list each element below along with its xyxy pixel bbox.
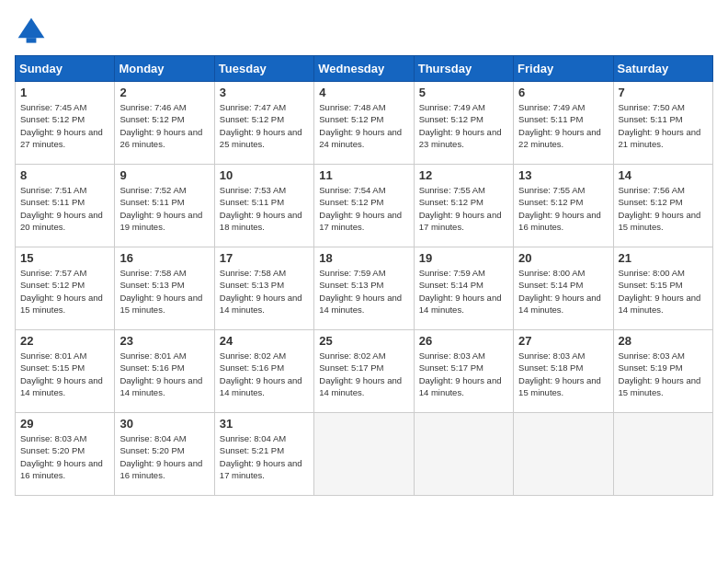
day-info: Sunrise: 7:53 AMSunset: 5:11 PMDaylight:… — [220, 184, 309, 233]
day-info: Sunrise: 8:03 AMSunset: 5:18 PMDaylight:… — [518, 350, 608, 398]
calendar-cell: 1Sunrise: 7:45 AMSunset: 5:12 PMDaylight… — [16, 82, 115, 165]
calendar-cell: 16Sunrise: 7:58 AMSunset: 5:13 PMDayligh… — [115, 247, 214, 330]
day-info: Sunrise: 7:54 AMSunset: 5:12 PMDaylight:… — [319, 184, 408, 233]
week-row-3: 15Sunrise: 7:57 AMSunset: 5:12 PMDayligh… — [16, 247, 713, 330]
day-number: 15 — [20, 251, 109, 265]
day-info: Sunrise: 7:49 AMSunset: 5:11 PMDaylight:… — [518, 101, 608, 150]
day-number: 29 — [20, 417, 109, 431]
calendar-cell: 13Sunrise: 7:55 AMSunset: 5:12 PMDayligh… — [514, 165, 613, 247]
calendar-cell — [514, 413, 613, 496]
day-info: Sunrise: 8:00 AMSunset: 5:15 PMDaylight:… — [619, 267, 708, 316]
logo-icon — [15, 15, 48, 48]
day-number: 11 — [319, 168, 408, 182]
day-number: 5 — [419, 86, 508, 99]
weekday-header-saturday: Saturday — [613, 56, 712, 82]
day-number: 12 — [419, 168, 508, 182]
day-info: Sunrise: 7:50 AMSunset: 5:11 PMDaylight:… — [619, 101, 708, 150]
day-number: 21 — [619, 251, 708, 265]
day-number: 22 — [20, 334, 109, 348]
weekday-header-friday: Friday — [514, 56, 613, 82]
weekday-header-thursday: Thursday — [414, 56, 513, 82]
calendar-cell: 2Sunrise: 7:46 AMSunset: 5:12 PMDaylight… — [115, 82, 214, 165]
day-number: 14 — [619, 168, 708, 182]
calendar-cell: 4Sunrise: 7:48 AMSunset: 5:12 PMDaylight… — [314, 82, 414, 165]
day-number: 24 — [220, 334, 309, 348]
day-number: 28 — [619, 334, 708, 348]
calendar-cell: 12Sunrise: 7:55 AMSunset: 5:12 PMDayligh… — [414, 165, 513, 247]
day-info: Sunrise: 7:52 AMSunset: 5:11 PMDaylight:… — [119, 184, 209, 233]
day-number: 18 — [319, 251, 408, 265]
calendar-cell — [414, 413, 513, 496]
calendar-table: SundayMondayTuesdayWednesdayThursdayFrid… — [15, 55, 713, 496]
day-info: Sunrise: 8:03 AMSunset: 5:19 PMDaylight:… — [619, 350, 708, 398]
day-info: Sunrise: 8:02 AMSunset: 5:16 PMDaylight:… — [220, 350, 309, 398]
day-number: 17 — [220, 251, 309, 265]
day-info: Sunrise: 7:47 AMSunset: 5:12 PMDaylight:… — [220, 101, 309, 150]
weekday-header-sunday: Sunday — [16, 56, 115, 82]
logo — [15, 15, 51, 48]
day-number: 30 — [119, 417, 209, 431]
svg-marker-0 — [18, 18, 45, 39]
day-number: 6 — [518, 86, 608, 99]
day-number: 27 — [518, 334, 608, 348]
day-number: 20 — [518, 251, 608, 265]
calendar-cell: 9Sunrise: 7:52 AMSunset: 5:11 PMDaylight… — [115, 165, 214, 247]
week-row-2: 8Sunrise: 7:51 AMSunset: 5:11 PMDaylight… — [16, 165, 713, 247]
day-info: Sunrise: 8:04 AMSunset: 5:21 PMDaylight:… — [220, 432, 309, 481]
calendar-cell: 8Sunrise: 7:51 AMSunset: 5:11 PMDaylight… — [16, 165, 115, 247]
day-info: Sunrise: 8:01 AMSunset: 5:16 PMDaylight:… — [119, 350, 209, 398]
day-info: Sunrise: 8:03 AMSunset: 5:17 PMDaylight:… — [419, 350, 508, 398]
calendar-cell: 11Sunrise: 7:54 AMSunset: 5:12 PMDayligh… — [314, 165, 414, 247]
calendar-cell: 28Sunrise: 8:03 AMSunset: 5:19 PMDayligh… — [613, 330, 712, 413]
day-info: Sunrise: 8:00 AMSunset: 5:14 PMDaylight:… — [518, 267, 608, 316]
calendar-cell: 18Sunrise: 7:59 AMSunset: 5:13 PMDayligh… — [314, 247, 414, 330]
day-number: 9 — [119, 168, 209, 182]
calendar-cell: 31Sunrise: 8:04 AMSunset: 5:21 PMDayligh… — [214, 413, 313, 496]
day-info: Sunrise: 8:03 AMSunset: 5:20 PMDaylight:… — [20, 432, 109, 481]
day-number: 10 — [220, 168, 309, 182]
weekday-header-wednesday: Wednesday — [314, 56, 414, 82]
page-header — [15, 15, 713, 48]
day-number: 8 — [20, 168, 109, 182]
calendar-cell: 5Sunrise: 7:49 AMSunset: 5:12 PMDaylight… — [414, 82, 513, 165]
day-number: 7 — [619, 86, 708, 99]
calendar-cell: 19Sunrise: 7:59 AMSunset: 5:14 PMDayligh… — [414, 247, 513, 330]
calendar-cell: 21Sunrise: 8:00 AMSunset: 5:15 PMDayligh… — [613, 247, 712, 330]
week-row-4: 22Sunrise: 8:01 AMSunset: 5:15 PMDayligh… — [16, 330, 713, 413]
calendar-cell: 25Sunrise: 8:02 AMSunset: 5:17 PMDayligh… — [314, 330, 414, 413]
day-info: Sunrise: 8:01 AMSunset: 5:15 PMDaylight:… — [20, 350, 109, 398]
day-number: 3 — [220, 86, 309, 99]
day-info: Sunrise: 7:57 AMSunset: 5:12 PMDaylight:… — [20, 267, 109, 316]
day-number: 31 — [220, 417, 309, 431]
calendar-cell: 6Sunrise: 7:49 AMSunset: 5:11 PMDaylight… — [514, 82, 613, 165]
calendar-cell: 22Sunrise: 8:01 AMSunset: 5:15 PMDayligh… — [16, 330, 115, 413]
day-number: 16 — [119, 251, 209, 265]
weekday-header-tuesday: Tuesday — [214, 56, 313, 82]
day-info: Sunrise: 7:51 AMSunset: 5:11 PMDaylight:… — [20, 184, 109, 233]
calendar-cell: 17Sunrise: 7:58 AMSunset: 5:13 PMDayligh… — [214, 247, 313, 330]
calendar-cell: 10Sunrise: 7:53 AMSunset: 5:11 PMDayligh… — [214, 165, 313, 247]
day-info: Sunrise: 7:58 AMSunset: 5:13 PMDaylight:… — [220, 267, 309, 316]
weekday-header-row: SundayMondayTuesdayWednesdayThursdayFrid… — [16, 56, 713, 82]
day-info: Sunrise: 7:58 AMSunset: 5:13 PMDaylight:… — [119, 267, 209, 316]
day-info: Sunrise: 7:55 AMSunset: 5:12 PMDaylight:… — [518, 184, 608, 233]
day-number: 19 — [419, 251, 508, 265]
calendar-cell: 15Sunrise: 7:57 AMSunset: 5:12 PMDayligh… — [16, 247, 115, 330]
day-info: Sunrise: 7:59 AMSunset: 5:13 PMDaylight:… — [319, 267, 408, 316]
day-number: 1 — [20, 86, 109, 99]
day-info: Sunrise: 7:46 AMSunset: 5:12 PMDaylight:… — [119, 101, 209, 150]
day-info: Sunrise: 7:59 AMSunset: 5:14 PMDaylight:… — [419, 267, 508, 316]
day-info: Sunrise: 7:49 AMSunset: 5:12 PMDaylight:… — [419, 101, 508, 150]
calendar-cell: 7Sunrise: 7:50 AMSunset: 5:11 PMDaylight… — [613, 82, 712, 165]
day-info: Sunrise: 8:04 AMSunset: 5:20 PMDaylight:… — [119, 432, 209, 481]
calendar-cell: 23Sunrise: 8:01 AMSunset: 5:16 PMDayligh… — [115, 330, 214, 413]
calendar-cell: 24Sunrise: 8:02 AMSunset: 5:16 PMDayligh… — [214, 330, 313, 413]
day-info: Sunrise: 8:02 AMSunset: 5:17 PMDaylight:… — [319, 350, 408, 398]
week-row-1: 1Sunrise: 7:45 AMSunset: 5:12 PMDaylight… — [16, 82, 713, 165]
day-info: Sunrise: 7:45 AMSunset: 5:12 PMDaylight:… — [20, 101, 109, 150]
day-number: 4 — [319, 86, 408, 99]
calendar-cell: 3Sunrise: 7:47 AMSunset: 5:12 PMDaylight… — [214, 82, 313, 165]
calendar-cell: 26Sunrise: 8:03 AMSunset: 5:17 PMDayligh… — [414, 330, 513, 413]
weekday-header-monday: Monday — [115, 56, 214, 82]
week-row-5: 29Sunrise: 8:03 AMSunset: 5:20 PMDayligh… — [16, 413, 713, 496]
